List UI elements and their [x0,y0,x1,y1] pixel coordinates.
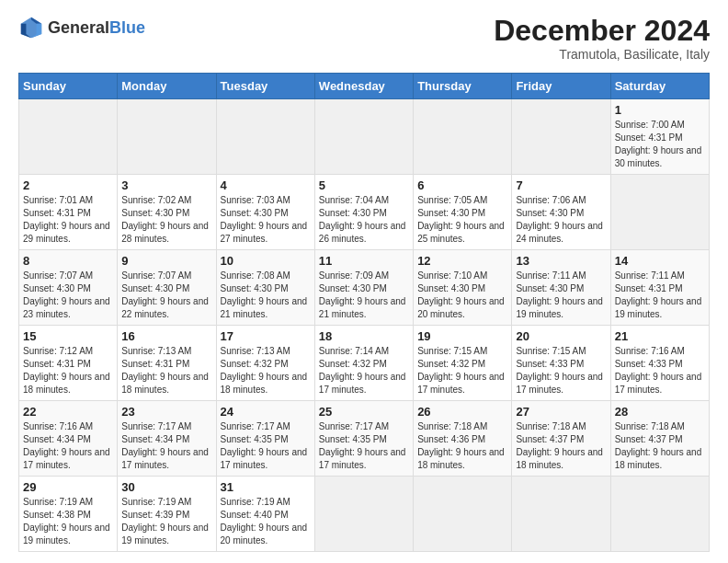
calendar-cell: 5Sunrise: 7:04 AMSunset: 4:30 PMDaylight… [314,175,413,250]
day-number: 16 [121,329,211,343]
day-number: 5 [319,178,409,192]
main-title: December 2024 [494,15,710,47]
day-info: Sunrise: 7:06 AMSunset: 4:30 PMDaylight:… [516,194,606,246]
calendar-cell: 23Sunrise: 7:17 AMSunset: 4:34 PMDayligh… [118,401,216,477]
day-number: 6 [417,178,507,192]
day-info: Sunrise: 7:15 AMSunset: 4:33 PMDaylight:… [516,345,606,396]
day-number: 3 [121,178,211,192]
day-info: Sunrise: 7:10 AMSunset: 4:30 PMDaylight:… [417,270,507,321]
calendar-week-row: 15Sunrise: 7:12 AMSunset: 4:31 PMDayligh… [19,326,710,401]
day-of-week-header: Monday [118,74,216,99]
day-info: Sunrise: 7:11 AMSunset: 4:31 PMDaylight:… [615,270,705,321]
calendar-cell: 10Sunrise: 7:08 AMSunset: 4:30 PMDayligh… [216,250,314,326]
logo-icon [18,15,44,40]
day-number: 28 [615,405,705,419]
calendar-cell: 18Sunrise: 7:14 AMSunset: 4:32 PMDayligh… [314,326,413,401]
calendar-cell [118,99,216,175]
day-of-week-header: Sunday [19,74,118,99]
day-info: Sunrise: 7:09 AMSunset: 4:30 PMDaylight:… [319,270,409,321]
day-info: Sunrise: 7:08 AMSunset: 4:30 PMDaylight:… [221,270,311,321]
day-number: 8 [23,254,113,268]
day-number: 7 [516,178,606,192]
day-info: Sunrise: 7:04 AMSunset: 4:30 PMDaylight:… [319,194,409,246]
day-info: Sunrise: 7:13 AMSunset: 4:32 PMDaylight:… [221,345,311,396]
day-number: 12 [417,254,507,268]
calendar-week-row: 29Sunrise: 7:19 AMSunset: 4:38 PMDayligh… [19,477,710,552]
calendar-header: SundayMondayTuesdayWednesdayThursdayFrid… [19,74,710,99]
calendar-cell: 26Sunrise: 7:18 AMSunset: 4:36 PMDayligh… [414,401,512,477]
day-info: Sunrise: 7:07 AMSunset: 4:30 PMDaylight:… [23,270,113,321]
calendar: SundayMondayTuesdayWednesdayThursdayFrid… [18,73,710,552]
calendar-cell: 20Sunrise: 7:15 AMSunset: 4:33 PMDayligh… [512,326,610,401]
day-of-week-header: Friday [512,74,610,99]
day-info: Sunrise: 7:03 AMSunset: 4:30 PMDaylight:… [221,194,311,246]
day-number: 26 [417,405,507,419]
day-number: 23 [121,405,211,419]
day-info: Sunrise: 7:01 AMSunset: 4:31 PMDaylight:… [23,194,113,246]
header: GeneralBlue December 2024 Tramutola, Bas… [18,15,710,62]
calendar-cell: 21Sunrise: 7:16 AMSunset: 4:33 PMDayligh… [610,326,709,401]
calendar-cell [414,99,512,175]
day-number: 31 [221,480,311,494]
day-number: 21 [615,329,705,343]
day-info: Sunrise: 7:11 AMSunset: 4:30 PMDaylight:… [516,270,606,321]
calendar-cell: 22Sunrise: 7:16 AMSunset: 4:34 PMDayligh… [19,401,118,477]
day-info: Sunrise: 7:14 AMSunset: 4:32 PMDaylight:… [319,345,409,396]
title-block: December 2024 Tramutola, Basilicate, Ita… [494,15,710,62]
calendar-cell: 11Sunrise: 7:09 AMSunset: 4:30 PMDayligh… [314,250,413,326]
calendar-cell: 2Sunrise: 7:01 AMSunset: 4:31 PMDaylight… [19,175,118,250]
calendar-cell: 3Sunrise: 7:02 AMSunset: 4:30 PMDaylight… [118,175,216,250]
day-info: Sunrise: 7:17 AMSunset: 4:34 PMDaylight:… [121,420,211,472]
day-info: Sunrise: 7:00 AMSunset: 4:31 PMDaylight:… [615,119,705,170]
logo-general: General [48,18,109,37]
calendar-cell: 12Sunrise: 7:10 AMSunset: 4:30 PMDayligh… [414,250,512,326]
calendar-cell: 4Sunrise: 7:03 AMSunset: 4:30 PMDaylight… [216,175,314,250]
calendar-cell [314,99,413,175]
day-number: 10 [221,254,311,268]
calendar-cell: 8Sunrise: 7:07 AMSunset: 4:30 PMDaylight… [19,250,118,326]
calendar-week-row: 22Sunrise: 7:16 AMSunset: 4:34 PMDayligh… [19,401,710,477]
day-number: 22 [23,405,113,419]
day-number: 15 [23,329,113,343]
page: GeneralBlue December 2024 Tramutola, Bas… [0,0,728,561]
calendar-cell: 31Sunrise: 7:19 AMSunset: 4:40 PMDayligh… [216,477,314,552]
subtitle: Tramutola, Basilicate, Italy [494,47,710,62]
day-number: 24 [221,405,311,419]
day-info: Sunrise: 7:07 AMSunset: 4:30 PMDaylight:… [121,270,211,321]
calendar-body: 1Sunrise: 7:00 AMSunset: 4:31 PMDaylight… [19,99,710,552]
day-info: Sunrise: 7:12 AMSunset: 4:31 PMDaylight:… [23,345,113,396]
calendar-cell: 28Sunrise: 7:18 AMSunset: 4:37 PMDayligh… [610,401,709,477]
day-info: Sunrise: 7:18 AMSunset: 4:37 PMDaylight:… [516,420,606,472]
calendar-cell [19,99,118,175]
calendar-cell [610,175,709,250]
day-number: 30 [121,480,211,494]
day-number: 19 [417,329,507,343]
day-info: Sunrise: 7:17 AMSunset: 4:35 PMDaylight:… [221,420,311,472]
day-number: 25 [319,405,409,419]
calendar-cell: 6Sunrise: 7:05 AMSunset: 4:30 PMDaylight… [414,175,512,250]
day-info: Sunrise: 7:19 AMSunset: 4:39 PMDaylight:… [121,496,211,547]
calendar-week-row: 1Sunrise: 7:00 AMSunset: 4:31 PMDaylight… [19,99,710,175]
calendar-cell: 17Sunrise: 7:13 AMSunset: 4:32 PMDayligh… [216,326,314,401]
calendar-cell [610,477,709,552]
calendar-cell: 9Sunrise: 7:07 AMSunset: 4:30 PMDaylight… [118,250,216,326]
calendar-cell: 1Sunrise: 7:00 AMSunset: 4:31 PMDaylight… [610,99,709,175]
day-number: 18 [319,329,409,343]
logo: GeneralBlue [18,15,145,40]
day-number: 13 [516,254,606,268]
calendar-cell [314,477,413,552]
header-row: SundayMondayTuesdayWednesdayThursdayFrid… [19,74,710,99]
calendar-cell: 13Sunrise: 7:11 AMSunset: 4:30 PMDayligh… [512,250,610,326]
calendar-cell: 25Sunrise: 7:17 AMSunset: 4:35 PMDayligh… [314,401,413,477]
day-info: Sunrise: 7:18 AMSunset: 4:37 PMDaylight:… [615,420,705,472]
day-info: Sunrise: 7:19 AMSunset: 4:40 PMDaylight:… [221,496,311,547]
day-info: Sunrise: 7:19 AMSunset: 4:38 PMDaylight:… [23,496,113,547]
day-of-week-header: Thursday [414,74,512,99]
day-info: Sunrise: 7:16 AMSunset: 4:33 PMDaylight:… [615,345,705,396]
day-info: Sunrise: 7:17 AMSunset: 4:35 PMDaylight:… [319,420,409,472]
logo-text: GeneralBlue [48,18,145,38]
calendar-cell: 7Sunrise: 7:06 AMSunset: 4:30 PMDaylight… [512,175,610,250]
day-number: 29 [23,480,113,494]
calendar-cell [216,99,314,175]
day-number: 17 [221,329,311,343]
